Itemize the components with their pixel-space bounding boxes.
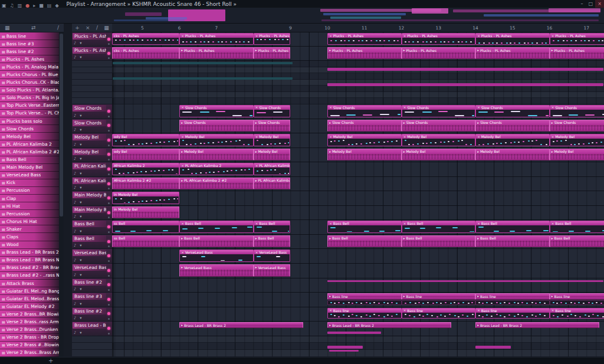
pattern-clip[interactable]: ×Slow Chords bbox=[402, 105, 476, 117]
playlist-grid[interactable]: cks - PL Ashes×Plucks - PL Ashes×Plucks … bbox=[112, 32, 604, 357]
audio-clip[interactable]: ▸Melody Bel bbox=[327, 149, 402, 161]
picker-item[interactable]: ▤Guiatar EL Melody #2 bbox=[0, 303, 59, 310]
pattern-clip[interactable]: ×Bass Bell bbox=[254, 221, 291, 233]
pattern-clip[interactable]: ×Plucks - PL Ashes bbox=[475, 33, 550, 45]
pattern-clip[interactable]: ×Slow Chords bbox=[254, 105, 291, 117]
pattern-clip[interactable]: ×Bass line bbox=[402, 308, 476, 319]
audio-clip[interactable]: ▸Melody Bel bbox=[402, 149, 476, 161]
picker-item[interactable]: ▤Shaker bbox=[0, 225, 59, 233]
track-header[interactable]: Plucks - PL Ashes♪ ▾ bbox=[72, 32, 112, 47]
playlist-lane[interactable] bbox=[112, 92, 604, 99]
view-grid-icon[interactable]: ▦ bbox=[5, 25, 10, 31]
track-mute-led[interactable] bbox=[107, 225, 110, 228]
audio-clip[interactable]: ▸Slow Chords bbox=[550, 120, 604, 132]
picker-item[interactable]: ▤Verse 2 Brass..Drunken Monkey bbox=[0, 326, 59, 334]
track-mute-led[interactable] bbox=[107, 298, 110, 301]
audio-clip[interactable]: ▸Slow Chords bbox=[327, 120, 402, 132]
slice-icon[interactable]: / bbox=[96, 25, 98, 31]
picker-item[interactable]: ▤Solo Plucks - PL Big In Japan bbox=[0, 94, 59, 102]
picker-item[interactable]: ▤Brass Lead - BR Brass N Strings bbox=[0, 257, 59, 264]
clip-strip[interactable] bbox=[475, 346, 511, 349]
track-header[interactable]: Bass Bell♪ ▾ bbox=[72, 220, 112, 235]
picker-item[interactable]: ▤Top Pluck Verse.. - PL Chemistry bbox=[0, 110, 59, 117]
track-header-empty[interactable] bbox=[72, 350, 112, 357]
audio-clip[interactable]: ▸Bass line bbox=[550, 293, 604, 300]
pattern-clip[interactable]: ×Melody Bel bbox=[475, 134, 550, 146]
audio-clip[interactable]: ▸PL African Kalimba 2 #2 bbox=[254, 178, 291, 190]
track-header-empty[interactable] bbox=[72, 73, 112, 80]
audio-clip[interactable]: ▸Plucks - PL Ashes bbox=[550, 47, 604, 59]
track-header-empty[interactable] bbox=[72, 61, 112, 67]
track-mute-led[interactable] bbox=[107, 124, 110, 127]
audio-clip[interactable]: ▸Slow Chords bbox=[179, 120, 254, 132]
track-header[interactable]: PL African Kalimba..♪ ▾ bbox=[72, 177, 112, 192]
pattern-clip[interactable]: ×Slow Chords bbox=[550, 105, 604, 117]
pattern-clip[interactable]: ×Melody Bel bbox=[550, 134, 604, 146]
minimize-button[interactable]: – bbox=[577, 0, 586, 8]
track-header-empty[interactable] bbox=[72, 80, 112, 86]
pattern-clip[interactable]: ×Bass Bell bbox=[550, 221, 604, 233]
picker-item[interactable]: ▤Wood bbox=[0, 241, 59, 249]
track-header[interactable]: Bass line #2♪ ▾ bbox=[72, 278, 112, 293]
track-mute-led[interactable] bbox=[107, 327, 110, 330]
pattern-clip[interactable]: ×PL African Kalimba 2 bbox=[254, 163, 291, 175]
picker-item[interactable]: ▤Clap bbox=[0, 195, 59, 202]
audio-clip[interactable]: ▸Melody Bel bbox=[475, 149, 550, 161]
audio-clip[interactable]: ▸Melody Bel bbox=[550, 149, 604, 161]
track-mute-led[interactable] bbox=[107, 153, 110, 156]
audio-clip[interactable]: African Kalimba 2 #2 bbox=[112, 178, 179, 190]
audio-clip[interactable]: ss Bell bbox=[112, 235, 179, 248]
audio-clip[interactable]: ▸Plucks - PL Ashes bbox=[179, 47, 254, 59]
picker-item[interactable]: ▤Bass Bell bbox=[0, 156, 59, 164]
pattern-clip[interactable]: ×Bass line bbox=[550, 308, 604, 319]
pattern-clip[interactable]: ×Plucks - PL Ashes bbox=[254, 33, 291, 45]
picker-item[interactable]: ▤PL African Kalimba 2 bbox=[0, 140, 59, 148]
audio-clip[interactable]: ▸Plucks - PL Ashes bbox=[327, 47, 402, 59]
audio-clip[interactable]: ▸Bass Bell bbox=[475, 235, 550, 248]
picker-item[interactable]: ▤Plucks bass solo bbox=[0, 117, 59, 125]
picker-item[interactable]: ▤Verse 2 Brass..BR Blowing Ogre bbox=[0, 310, 59, 318]
audio-clip[interactable]: ▸Plucks - PL Ashes bbox=[402, 47, 476, 59]
track-header[interactable]: Plucks - PL Ashes♪ ▾ bbox=[72, 47, 112, 61]
pattern-clip[interactable]: ×Melody Bel bbox=[254, 134, 291, 146]
picker-item[interactable]: ▤Hi Hat bbox=[0, 202, 59, 210]
track-header-empty[interactable] bbox=[72, 92, 112, 99]
pattern-clip[interactable]: cks - PL Ashes bbox=[112, 33, 179, 45]
track-mute-led[interactable] bbox=[107, 240, 110, 243]
audio-clip[interactable]: ody Bel bbox=[112, 149, 179, 161]
pattern-clip[interactable]: ×VerseLead Bass bbox=[254, 250, 291, 262]
track-mute-led[interactable] bbox=[107, 168, 110, 170]
pattern-clip[interactable]: ×Slow Chords bbox=[179, 105, 254, 117]
track-mute-led[interactable] bbox=[107, 312, 110, 315]
pattern-clip[interactable]: ×Plucks - PL Ashes bbox=[402, 33, 476, 45]
audio-clip[interactable]: ▸Bass line bbox=[402, 293, 476, 300]
picker-item[interactable]: ▤Verse 2 Brass..Brass Army (MW) bbox=[0, 349, 59, 357]
pattern-clip[interactable]: ×Melody Bel bbox=[179, 134, 254, 146]
playlist-lane[interactable] bbox=[112, 191, 604, 206]
picker-item[interactable]: ▤Plucks - PL Ashes bbox=[0, 55, 59, 63]
picker-item[interactable]: ▤Guiatar EL Melod..Brass Section bbox=[0, 295, 59, 303]
add-button[interactable]: + bbox=[48, 358, 53, 364]
track-header[interactable]: VerseLead Bass♪ ▾ bbox=[72, 264, 112, 278]
audio-clip[interactable]: ▸Slow Chords bbox=[475, 120, 550, 132]
track-header[interactable]: Melody Bel♪ ▾ bbox=[72, 133, 112, 148]
clip-strip[interactable] bbox=[113, 77, 292, 80]
pattern-clip[interactable]: ×Bass Bell bbox=[402, 221, 476, 233]
pattern-clip[interactable]: ×Plucks - PL Ashes bbox=[550, 33, 604, 45]
audio-clip[interactable]: ▸Bass Bell bbox=[402, 235, 476, 248]
grid-icon[interactable]: ▦ bbox=[104, 25, 109, 31]
track-header[interactable]: Bass line #3♪ ▾ bbox=[72, 293, 112, 307]
track-header[interactable]: PL African Kalimba..♪ ▾ bbox=[72, 162, 112, 177]
picker-item[interactable]: ▤Slow Chords bbox=[0, 125, 59, 133]
track-header[interactable]: Main Melody Bel♪ ▾ bbox=[72, 206, 112, 221]
picker-item[interactable]: ▤Verse 2 Brass - BR Drop Brass 2 bbox=[0, 334, 59, 342]
picker-item[interactable]: ▤Solo Plucks - PL Atlanta.. bbox=[0, 87, 59, 94]
clip-strip[interactable] bbox=[327, 83, 603, 86]
track-header[interactable]: Main Melody Bel♪ ▾ bbox=[72, 191, 112, 206]
pattern-clip[interactable]: ss Bell bbox=[112, 221, 179, 233]
pattern-clip[interactable]: ×Slow Chords bbox=[475, 105, 550, 117]
audio-clip[interactable]: ▸VerseLead Bass bbox=[254, 264, 291, 277]
track-header-empty[interactable] bbox=[72, 336, 112, 343]
pattern-clip[interactable]: ×Plucks - PL Ashes bbox=[327, 33, 402, 45]
pattern-clip[interactable]: ×Slow Chords bbox=[327, 105, 402, 117]
